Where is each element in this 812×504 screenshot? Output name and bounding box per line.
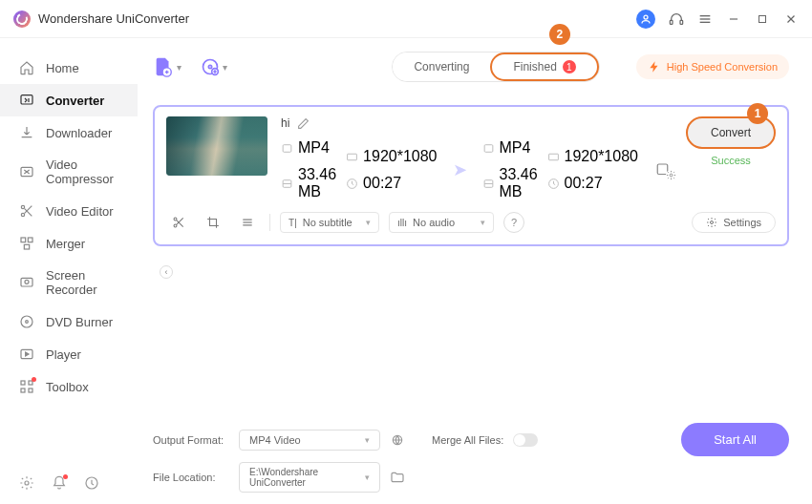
crop-icon[interactable] (201, 212, 225, 233)
format-icon (281, 142, 293, 155)
svg-point-48 (711, 221, 714, 224)
open-folder-icon[interactable] (390, 470, 405, 485)
svg-point-18 (25, 280, 29, 284)
sidebar-item-converter[interactable]: Converter (0, 84, 138, 116)
tab-finished[interactable]: Finished1 (490, 52, 598, 81)
svg-rect-15 (28, 238, 32, 242)
disc-icon (19, 314, 34, 329)
svg-point-0 (644, 15, 648, 19)
sidebar-item-label: Converter (46, 94, 104, 108)
svg-rect-1 (670, 20, 673, 24)
sidebar-item-dvd[interactable]: DVD Burner (0, 305, 138, 338)
sidebar-item-label: Home (46, 61, 79, 75)
settings-icon[interactable] (19, 475, 34, 491)
src-resolution: 1920*1080 (363, 148, 437, 165)
svg-rect-17 (21, 278, 32, 286)
notification-icon[interactable] (52, 475, 67, 491)
duration-icon (547, 178, 560, 190)
status-text: Success (711, 155, 751, 166)
download-icon (19, 125, 34, 140)
svg-rect-16 (24, 244, 29, 249)
sidebar-item-player[interactable]: Player (0, 338, 138, 370)
output-settings-icon[interactable] (655, 161, 673, 178)
dst-size: 33.46 MB (500, 166, 538, 200)
src-format: MP4 (298, 139, 330, 157)
src-size: 33.46 MB (298, 166, 336, 200)
svg-point-29 (208, 65, 211, 68)
svg-point-20 (26, 321, 29, 324)
grid-icon (19, 379, 34, 394)
sidebar-item-toolbox[interactable]: Toolbox (0, 370, 138, 403)
menu-icon[interactable] (697, 11, 713, 27)
merge-label: Merge All Files: (432, 434, 503, 446)
video-thumbnail[interactable] (166, 116, 267, 176)
sidebar-item-editor[interactable]: Video Editor (0, 195, 138, 227)
titlebar: Wondershare UniConverter (0, 0, 812, 38)
help-icon[interactable]: ? (503, 212, 524, 233)
user-avatar-icon[interactable] (636, 10, 655, 29)
sidebar-item-home[interactable]: Home (0, 52, 138, 84)
sidebar-item-label: Video Editor (46, 204, 114, 219)
sidebar-item-merger[interactable]: Merger (0, 227, 138, 260)
scissors-icon (19, 203, 34, 219)
dst-resolution: 1920*1080 (565, 148, 638, 165)
subtitle-select[interactable]: T|No subtitle▾ (280, 212, 379, 233)
add-dvd-button[interactable]: ▾ (201, 57, 227, 76)
more-icon[interactable] (235, 212, 260, 233)
src-duration: 00:27 (363, 175, 401, 192)
callout-2: 2 (549, 24, 570, 45)
svg-rect-25 (29, 388, 32, 392)
app-title: Wondershare UniConverter (38, 11, 189, 26)
record-icon (19, 275, 34, 290)
output-format-select[interactable]: MP4 Video▾ (239, 430, 380, 451)
resolution-icon (346, 151, 358, 163)
feedback-icon[interactable] (84, 475, 99, 491)
svg-rect-14 (21, 238, 26, 242)
add-file-button[interactable]: ▾ (153, 56, 182, 77)
sidebar-item-label: Video Compressor (46, 158, 118, 186)
merge-toggle[interactable] (513, 433, 538, 447)
finished-count-badge: 1 (563, 60, 576, 74)
start-all-button[interactable]: Start All (681, 423, 789, 456)
footer: Output Format: MP4 Video▾ Merge All File… (153, 423, 789, 493)
svg-rect-34 (348, 154, 357, 160)
trim-icon[interactable] (166, 212, 191, 233)
home-icon (19, 60, 34, 75)
arrow-icon: ➤ (453, 159, 467, 180)
minimize-button[interactable] (726, 11, 741, 27)
size-icon (281, 178, 293, 190)
merge-icon (19, 236, 34, 251)
headset-icon[interactable] (669, 11, 684, 27)
sidebar-item-recorder[interactable]: Screen Recorder (0, 260, 138, 305)
sidebar-item-label: Toolbox (46, 380, 89, 394)
edit-name-icon[interactable] (297, 117, 310, 130)
output-preview-icon[interactable] (390, 432, 405, 448)
svg-point-12 (21, 205, 24, 208)
svg-point-26 (25, 481, 29, 485)
svg-point-43 (174, 218, 177, 220)
sidebar-collapse-button[interactable]: ‹ (160, 265, 173, 279)
maximize-button[interactable] (755, 11, 770, 27)
high-speed-conversion-button[interactable]: High Speed Conversion (636, 54, 789, 79)
svg-rect-22 (21, 381, 25, 385)
sidebar-footer (0, 462, 138, 504)
file-name: hi (281, 116, 289, 130)
card-settings-button[interactable]: Settings (692, 212, 776, 233)
sidebar-item-label: Merger (46, 237, 85, 251)
tab-converting[interactable]: Converting (393, 52, 490, 81)
sidebar-item-compressor[interactable]: Video Compressor (0, 149, 138, 195)
svg-point-44 (174, 224, 177, 227)
svg-point-19 (21, 316, 32, 327)
sidebar-item-label: Screen Recorder (46, 268, 118, 297)
svg-rect-31 (283, 144, 291, 152)
audio-select[interactable]: ıllıNo audio▾ (389, 212, 494, 233)
resolution-icon (547, 151, 560, 163)
location-select[interactable]: E:\Wondershare UniConverter▾ (239, 462, 380, 493)
close-button[interactable] (783, 11, 799, 27)
sidebar-item-downloader[interactable]: Downloader (0, 116, 138, 149)
duration-icon (346, 178, 358, 190)
svg-rect-24 (21, 388, 25, 392)
svg-point-13 (21, 213, 24, 216)
sidebar-item-label: DVD Burner (46, 315, 113, 329)
location-label: File Location: (153, 472, 229, 483)
